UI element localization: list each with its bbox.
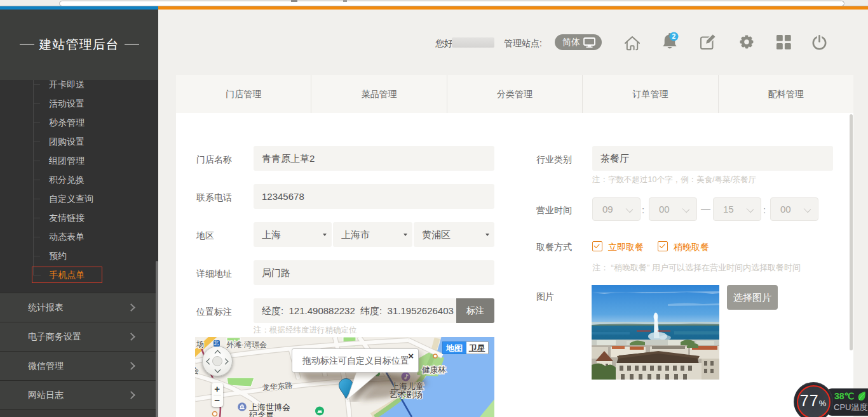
svg-text:2: 2 (672, 32, 676, 40)
